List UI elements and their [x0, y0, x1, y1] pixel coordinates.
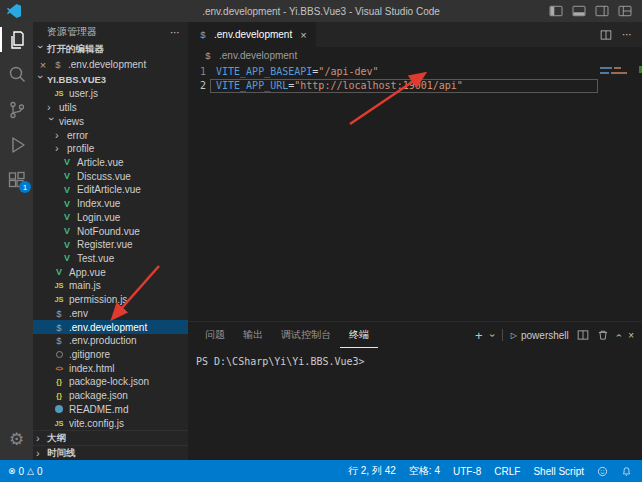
explorer-sidebar: 资源管理器 ⋯ › 打开的编辑器 × $ .env.development › …	[33, 22, 188, 460]
tree-item-label: .env.development	[69, 322, 147, 333]
cursor-position[interactable]: 行 2, 列 42	[348, 464, 396, 478]
tree-item-main.js[interactable]: JSmain.js	[33, 279, 188, 293]
terminal-profile-dropdown-icon[interactable]: ›	[487, 333, 498, 336]
chevron-right-icon: ›	[36, 448, 44, 459]
tree-item-utils[interactable]: ›utils	[33, 101, 188, 115]
tab-env-development[interactable]: $ .env.development ×	[188, 22, 316, 47]
split-terminal-icon[interactable]	[577, 329, 589, 341]
close-panel-icon[interactable]: ×	[628, 330, 634, 341]
chevron-down-icon: ›	[46, 117, 57, 125]
more-actions-icon[interactable]: ⋯	[622, 29, 632, 40]
problems-status[interactable]: ⊗ 0 △ 0	[8, 466, 43, 477]
tree-item-Index.vue[interactable]: VIndex.vue	[33, 197, 188, 211]
toggle-secondary-sidebar-icon[interactable]	[595, 5, 609, 17]
terminal-actions: + › ▷ powershell › ×	[475, 322, 634, 348]
terminal-output[interactable]: PS D:\CSharp\Yi\Yi.BBS.Vue3>	[188, 348, 642, 460]
minimap[interactable]	[598, 63, 642, 321]
activity-search-icon[interactable]	[0, 57, 33, 92]
open-editors-header[interactable]: › 打开的编辑器	[33, 42, 188, 57]
tree-item-views[interactable]: ›views	[33, 114, 188, 128]
code-line-2[interactable]: VITE_APP_URL="http://localhost:19001/api…	[210, 79, 598, 93]
panel-tab-终端[interactable]: 终端	[340, 322, 378, 348]
tree-item-Login.vue[interactable]: VLogin.vue	[33, 210, 188, 224]
chevron-right-icon: ›	[36, 433, 44, 444]
customize-layout-icon[interactable]	[618, 5, 632, 17]
tree-item-README.md[interactable]: README.md	[33, 403, 188, 417]
close-icon[interactable]: ×	[38, 59, 48, 71]
code-editor[interactable]: 12 VITE_APP_BASEAPI="/api-dev"VITE_APP_U…	[188, 63, 642, 321]
sidebar-title: 资源管理器	[47, 25, 97, 39]
tree-item-NotFound.vue[interactable]: VNotFound.vue	[33, 224, 188, 238]
tree-item-index.html[interactable]: <>index.html	[33, 361, 188, 375]
notifications-bell-icon[interactable]	[621, 466, 632, 477]
language-mode[interactable]: Shell Script	[533, 466, 584, 477]
tree-item-.gitignore[interactable]: .gitignore	[33, 348, 188, 362]
chevron-right-icon: ›	[55, 143, 63, 154]
tree-item-label: .gitignore	[69, 349, 110, 360]
gutter: 12	[188, 63, 210, 321]
project-root-header[interactable]: › YI.BBS.VUE3	[33, 72, 188, 87]
tree-item-label: package.json	[69, 390, 128, 401]
tree-item-Test.vue[interactable]: VTest.vue	[33, 252, 188, 266]
vscode-logo-icon	[7, 4, 21, 18]
outline-section[interactable]: › 大纲	[33, 430, 188, 445]
tree-item-vite.config.js[interactable]: JSvite.config.js	[33, 416, 188, 430]
activity-run-debug-icon[interactable]	[0, 127, 33, 162]
encoding-status[interactable]: UTF-8	[453, 466, 481, 477]
js-file-icon: JS	[53, 419, 65, 428]
vue-file-icon: V	[61, 212, 73, 222]
toggle-sidebar-icon[interactable]	[549, 5, 563, 17]
panel-tab-输出[interactable]: 输出	[234, 322, 272, 348]
vue-file-icon: V	[61, 226, 73, 236]
kill-terminal-icon[interactable]	[597, 329, 609, 341]
tree-item-label: error	[67, 130, 88, 141]
tree-item-label: Login.vue	[77, 212, 120, 223]
tree-item-.env[interactable]: $.env	[33, 307, 188, 321]
tree-item-App.vue[interactable]: VApp.vue	[33, 265, 188, 279]
chevron-down-icon: ›	[35, 75, 46, 83]
activity-extensions-icon[interactable]: 1	[0, 162, 33, 197]
timeline-section[interactable]: › 时间线	[33, 445, 188, 460]
tree-item-EditArticle.vue[interactable]: VEditArticle.vue	[33, 183, 188, 197]
panel-header: 问题输出调试控制台终端 + › ▷ powershell › ×	[188, 322, 642, 348]
new-terminal-icon[interactable]: +	[475, 328, 483, 343]
tree-item-.env.production[interactable]: $.env.production	[33, 334, 188, 348]
env-file-icon: $	[202, 50, 214, 61]
tree-item-.env.development[interactable]: $.env.development	[33, 320, 188, 334]
eol-status[interactable]: CRLF	[494, 466, 520, 477]
toggle-panel-icon[interactable]	[572, 5, 586, 17]
tree-item-user.js[interactable]: JSuser.js	[33, 87, 188, 101]
tree-item-package.json[interactable]: {}package.json	[33, 389, 188, 403]
line-number: 2	[188, 79, 206, 93]
panel-tab-问题[interactable]: 问题	[196, 322, 234, 348]
open-editor-item[interactable]: × $ .env.development	[33, 57, 188, 72]
split-editor-icon[interactable]	[600, 29, 612, 41]
settings-gear-icon[interactable]: ⚙	[0, 421, 33, 456]
tree-item-error[interactable]: ›error	[33, 128, 188, 142]
activity-explorer-icon[interactable]	[0, 22, 33, 57]
editor-group: $ .env.development × ⋯ $ .env.developmen…	[188, 22, 642, 460]
close-tab-icon[interactable]: ×	[300, 29, 306, 41]
tree-item-Register.vue[interactable]: VRegister.vue	[33, 238, 188, 252]
indentation-status[interactable]: 空格: 4	[409, 464, 440, 478]
status-bar: ⊗ 0 △ 0 行 2, 列 42 空格: 4 UTF-8 CRLF Shell…	[0, 460, 642, 482]
feedback-smiley-icon[interactable]	[597, 466, 608, 477]
breadcrumb[interactable]: $ .env.development	[188, 47, 642, 63]
tree-item-profile[interactable]: ›profile	[33, 142, 188, 156]
explorer-more-actions-icon[interactable]: ⋯	[170, 27, 180, 38]
extensions-badge: 1	[19, 181, 31, 193]
tree-item-label: Test.vue	[77, 253, 114, 264]
html-file-icon: <>	[53, 365, 65, 372]
panel-tab-调试控制台[interactable]: 调试控制台	[272, 322, 340, 348]
tree-item-package-lock.json[interactable]: {}package-lock.json	[33, 375, 188, 389]
activity-source-control-icon[interactable]	[0, 92, 33, 127]
terminal-tab-powershell[interactable]: ▷ powershell	[511, 330, 569, 341]
file-tree: JSuser.js›utils›views›error›profileVArti…	[33, 87, 188, 430]
tree-item-Discuss.vue[interactable]: VDiscuss.vue	[33, 169, 188, 183]
maximize-panel-icon[interactable]: ›	[613, 333, 624, 336]
tree-item-Article.vue[interactable]: VArticle.vue	[33, 156, 188, 170]
tree-item-permission.js[interactable]: JSpermission.js	[33, 293, 188, 307]
tree-item-label: utils	[59, 102, 77, 113]
title-bar: .env.development - Yi.BBS.Vue3 - Visual …	[0, 0, 642, 22]
code-line-1[interactable]: VITE_APP_BASEAPI="/api-dev"	[210, 65, 598, 79]
